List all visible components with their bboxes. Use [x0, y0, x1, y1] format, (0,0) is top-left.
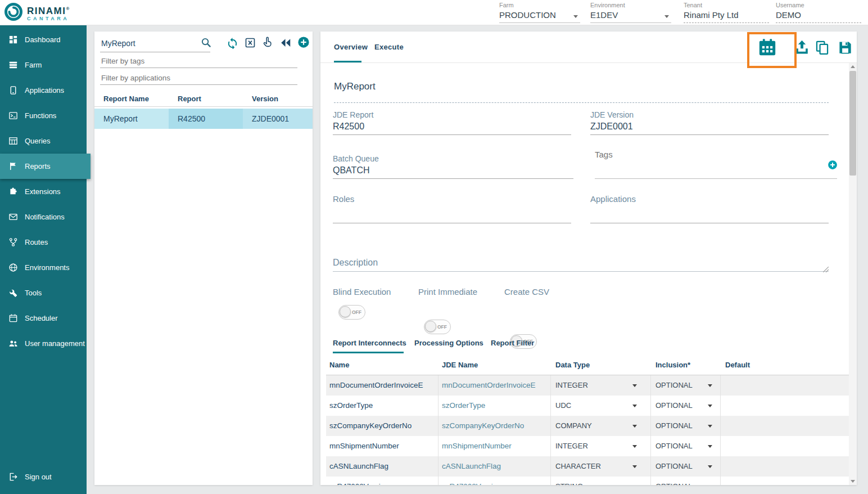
farm-select[interactable]: Farm PRODUCTION — [499, 2, 580, 23]
interconnect-name[interactable]: mnShipmentNumber — [326, 436, 438, 456]
tenant-label: Tenant — [684, 2, 769, 8]
select-record-button[interactable] — [261, 36, 273, 50]
applications-label: Applications — [590, 194, 636, 204]
header-inclusion: Inclusion* — [651, 356, 721, 375]
sidebar-item-dashboard[interactable]: Dashboard — [0, 27, 87, 52]
double-chevron-left-icon — [279, 41, 292, 51]
tags-input[interactable] — [595, 150, 820, 159]
scrollbar-thumb[interactable] — [849, 71, 856, 176]
sidebar-item-queries[interactable]: Queries — [0, 128, 87, 154]
interconnect-row: szOrderType szOrderType UDC OPTIONAL — [326, 396, 849, 416]
roles-input[interactable] — [333, 207, 569, 217]
sidebar-item-notifications[interactable]: Notifications — [0, 204, 87, 230]
chevron-down-icon — [632, 445, 637, 448]
sidebar-item-user-management[interactable]: User management — [0, 331, 87, 356]
sidebar-item-scheduler[interactable]: Scheduler — [0, 306, 87, 331]
inclusion-select[interactable]: OPTIONAL — [651, 396, 721, 416]
tab-overview[interactable]: Overview — [334, 43, 368, 51]
logo-mark-icon — [3, 2, 24, 24]
farm-underline — [499, 23, 580, 23]
default-value-cell[interactable] — [721, 456, 848, 477]
scroll-down-icon[interactable] — [851, 480, 855, 483]
report-search-input[interactable] — [100, 38, 202, 48]
default-value-cell[interactable] — [721, 477, 848, 485]
resize-grip-icon[interactable] — [823, 264, 829, 275]
blind-execution-toggle[interactable]: OFF — [338, 305, 365, 320]
logo-registered: ® — [66, 6, 70, 11]
sidebar-item-extensions[interactable]: Extensions — [0, 179, 87, 204]
inclusion-select[interactable]: OPTIONAL — [651, 375, 721, 396]
print-immediate-toggle[interactable]: OFF — [424, 320, 451, 334]
sidebar-item-label: Dashboard — [25, 35, 61, 44]
copy-button[interactable] — [815, 40, 830, 57]
header-jde-name: JDE Name — [438, 356, 551, 375]
sidebar-item-environments[interactable]: Environments — [0, 255, 87, 280]
logo-subtitle: CANTARA — [27, 16, 70, 22]
tenant-underline — [684, 23, 769, 23]
filter-by-tags-input[interactable] — [100, 56, 297, 68]
save-button[interactable] — [838, 40, 853, 57]
tab-execute[interactable]: Execute — [374, 43, 404, 51]
applications-input[interactable] — [590, 207, 826, 217]
jde-report-input[interactable] — [333, 122, 569, 132]
sidebar-item-functions[interactable]: Functions — [0, 103, 87, 128]
chevron-down-icon — [708, 425, 712, 428]
inclusion-select[interactable]: OPTIONAL — [651, 436, 721, 456]
schedule-report-button[interactable] — [758, 38, 777, 59]
data-type-select[interactable]: CHARACTER — [551, 456, 651, 477]
description-textarea[interactable] — [333, 259, 829, 271]
sidebar: Dashboard Farm Applications Functions Qu… — [0, 25, 87, 494]
sidebar-item-tools[interactable]: Tools — [0, 280, 87, 306]
refresh-button[interactable] — [226, 36, 239, 51]
functions-icon — [8, 111, 18, 120]
interconnect-name[interactable]: mnDocumentOrderInvoiceE — [326, 375, 438, 396]
header-name: Name — [326, 356, 438, 375]
sidebar-item-reports[interactable]: Reports — [0, 154, 91, 179]
sidebar-item-sign-out[interactable]: Sign out — [0, 464, 87, 489]
interconnect-name[interactable]: szOrderType — [326, 396, 438, 416]
chevron-down-icon — [632, 384, 637, 387]
username-underline — [776, 23, 861, 23]
report-name-field[interactable]: MyReport — [334, 81, 376, 92]
data-type-select[interactable]: INTEGER — [551, 375, 651, 396]
batch-queue-input[interactable] — [333, 165, 571, 176]
tab-report-filter[interactable]: Report Filter — [491, 339, 534, 347]
header-data-type: Data Type — [551, 356, 651, 375]
scroll-up-icon[interactable] — [851, 65, 855, 68]
default-value-cell[interactable] — [721, 396, 848, 416]
sidebar-item-farm[interactable]: Farm — [0, 52, 87, 78]
toggle-state: OFF — [352, 309, 361, 315]
data-type-select[interactable]: UDC — [551, 396, 651, 416]
jde-version-input[interactable] — [590, 122, 826, 132]
data-type-select[interactable]: COMPANY — [551, 416, 651, 436]
filter-by-applications-input[interactable] — [100, 73, 297, 85]
rewind-button[interactable] — [279, 37, 292, 51]
column-header-report-name: Report Name — [103, 95, 149, 103]
environment-select[interactable]: Environment E1DEV — [590, 2, 671, 23]
inclusion-select[interactable]: OPTIONAL — [651, 416, 721, 436]
scrollbar[interactable] — [849, 63, 857, 485]
interconnect-name[interactable]: cASNLaunchFlag — [326, 456, 438, 477]
default-value-cell[interactable] — [721, 416, 848, 436]
tab-processing-options[interactable]: Processing Options — [414, 339, 483, 347]
print-immediate-label: Print Immediate — [418, 287, 477, 297]
interconnect-name[interactable]: szCompanyKeyOrderNo — [326, 416, 438, 436]
sidebar-item-applications[interactable]: Applications — [0, 78, 87, 103]
default-value-cell[interactable] — [721, 375, 848, 396]
export-excel-button[interactable] — [245, 37, 256, 51]
data-type-select[interactable]: STRING — [551, 477, 651, 485]
interconnects-table: Name JDE Name Data Type Inclusion* Defau… — [326, 356, 849, 485]
add-report-button[interactable] — [297, 36, 310, 51]
batch-queue-underline — [333, 178, 573, 179]
default-value-cell[interactable] — [721, 436, 848, 456]
import-button[interactable] — [794, 39, 810, 58]
tab-report-interconnects[interactable]: Report Interconnects — [333, 339, 406, 347]
report-list-row-selected[interactable]: MyReport R42500 ZJDE0001 — [94, 109, 313, 129]
interconnect-name[interactable]: szR47002Version — [326, 477, 438, 485]
inclusion-select[interactable]: OPTIONAL — [651, 477, 721, 485]
add-tag-button[interactable] — [828, 160, 838, 172]
data-type-select[interactable]: INTEGER — [551, 436, 651, 456]
sidebar-item-routes[interactable]: Routes — [0, 230, 87, 255]
applications-icon — [8, 86, 18, 95]
inclusion-select[interactable]: OPTIONAL — [651, 456, 721, 477]
